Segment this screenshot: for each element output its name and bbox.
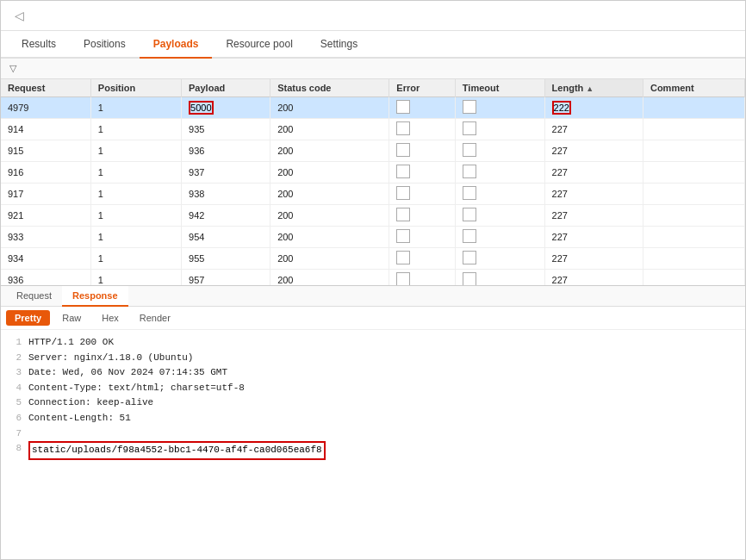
col-error[interactable]: Error: [389, 79, 455, 97]
table-cell: 227: [544, 205, 643, 227]
table-cell: 921: [1, 205, 90, 227]
tab-settings[interactable]: Settings: [307, 31, 371, 59]
table-cell: 227: [544, 227, 643, 248]
response-line: 4Content-Type: text/html; charset=utf-8: [9, 381, 737, 396]
checkbox[interactable]: [463, 143, 476, 157]
table-cell: 942: [182, 205, 270, 227]
checkbox[interactable]: [396, 251, 410, 264]
table-cell: [643, 205, 744, 227]
checkbox[interactable]: [463, 272, 476, 286]
table-cell: 934: [1, 248, 90, 270]
tab-results[interactable]: Results: [8, 31, 70, 59]
response-line: 2Server: nginx/1.18.0 (Ubuntu): [9, 351, 737, 366]
table-row[interactable]: 497915000200222: [1, 97, 745, 119]
checkbox[interactable]: [396, 121, 410, 135]
checkbox[interactable]: [396, 272, 410, 286]
table-cell: 935: [182, 119, 270, 140]
line-number: 1: [9, 335, 22, 351]
table-row[interactable]: 9151936200227: [1, 140, 745, 162]
filter-bar: ▽: [1, 59, 745, 79]
table-cell: [389, 162, 455, 184]
col-timeout[interactable]: Timeout: [455, 79, 544, 97]
line-content: HTTP/1.1 200 OK: [28, 335, 114, 351]
checkbox[interactable]: [463, 165, 476, 178]
sub-tab-request[interactable]: Request: [6, 286, 62, 307]
checkbox[interactable]: [396, 165, 410, 178]
table-cell: 917: [1, 184, 90, 205]
checkbox[interactable]: [463, 229, 476, 243]
view-tabs: Pretty Raw Hex Render: [1, 307, 745, 330]
table-cell: [643, 270, 744, 287]
checkbox[interactable]: [396, 143, 410, 157]
table-cell: [389, 205, 455, 227]
checkbox[interactable]: [463, 121, 476, 135]
tab-resource-pool[interactable]: Resource pool: [212, 31, 306, 59]
table-cell: [643, 248, 744, 270]
col-request[interactable]: Request: [1, 79, 90, 97]
highlighted-value: 5000: [189, 101, 213, 115]
line-number: 5: [9, 395, 22, 411]
response-line: 1HTTP/1.1 200 OK: [9, 335, 737, 351]
table-cell: 200: [270, 270, 389, 287]
col-comment[interactable]: Comment: [643, 79, 744, 97]
col-status[interactable]: Status code: [270, 79, 389, 97]
table-cell: 916: [1, 162, 90, 184]
results-table-container[interactable]: Request Position Payload Status code Err…: [1, 79, 745, 286]
tab-payloads[interactable]: Payloads: [140, 31, 213, 59]
line-content: Connection: keep-alive: [28, 395, 153, 411]
view-tab-raw[interactable]: Raw: [53, 310, 90, 326]
checkbox[interactable]: [463, 100, 476, 114]
view-tab-pretty[interactable]: Pretty: [6, 310, 50, 326]
checkbox[interactable]: [396, 100, 410, 114]
table-header-row: Request Position Payload Status code Err…: [1, 79, 745, 97]
table-cell: [389, 140, 455, 162]
tab-positions[interactable]: Positions: [70, 31, 140, 59]
highlighted-value: 222: [552, 101, 571, 115]
table-row[interactable]: 9171938200227: [1, 184, 745, 205]
checkbox[interactable]: [396, 229, 410, 243]
table-cell: 227: [544, 119, 643, 140]
table-cell: 200: [270, 162, 389, 184]
table-cell: 1: [90, 162, 181, 184]
table-cell: 938: [182, 184, 270, 205]
view-tab-render[interactable]: Render: [131, 310, 179, 326]
table-row[interactable]: 9361957200227: [1, 270, 745, 287]
checkbox[interactable]: [396, 208, 410, 221]
col-position[interactable]: Position: [90, 79, 181, 97]
table-cell: [455, 97, 544, 119]
table-cell: 227: [544, 248, 643, 270]
highlighted-line: static/uploads/f98a4552-bbc1-4470-af4f-c…: [28, 441, 326, 460]
sub-tab-response[interactable]: Response: [62, 286, 128, 307]
table-row[interactable]: 9161937200227: [1, 162, 745, 184]
table-cell: [389, 97, 455, 119]
checkbox[interactable]: [396, 186, 410, 200]
table-cell: 5000: [182, 97, 270, 119]
col-length[interactable]: Length ▲: [544, 79, 643, 97]
table-cell: 1: [90, 97, 181, 119]
table-cell: 914: [1, 119, 90, 140]
checkbox[interactable]: [463, 186, 476, 200]
table-row[interactable]: 9341955200227: [1, 248, 745, 270]
filter-icon: ▽: [9, 63, 16, 74]
table-cell: 1: [90, 227, 181, 248]
table-row[interactable]: 9141935200227: [1, 119, 745, 140]
line-number: 3: [9, 365, 22, 381]
response-line: 6Content-Length: 51: [9, 411, 737, 426]
view-tab-hex[interactable]: Hex: [93, 310, 127, 326]
col-payload[interactable]: Payload: [182, 79, 270, 97]
table-cell: [455, 184, 544, 205]
back-icon[interactable]: ◁: [11, 8, 27, 23]
table-cell: 227: [544, 184, 643, 205]
results-table: Request Position Payload Status code Err…: [1, 79, 745, 286]
checkbox[interactable]: [463, 251, 476, 264]
line-content: Date: Wed, 06 Nov 2024 07:14:35 GMT: [28, 365, 227, 381]
table-row[interactable]: 9211942200227: [1, 205, 745, 227]
checkbox[interactable]: [463, 208, 476, 221]
table-row[interactable]: 9331954200227: [1, 227, 745, 248]
table-cell: 200: [270, 184, 389, 205]
table-cell: 1: [90, 140, 181, 162]
table-cell: 1: [90, 184, 181, 205]
table-cell: [643, 184, 744, 205]
table-cell: 227: [544, 162, 643, 184]
table-cell: 227: [544, 270, 643, 287]
